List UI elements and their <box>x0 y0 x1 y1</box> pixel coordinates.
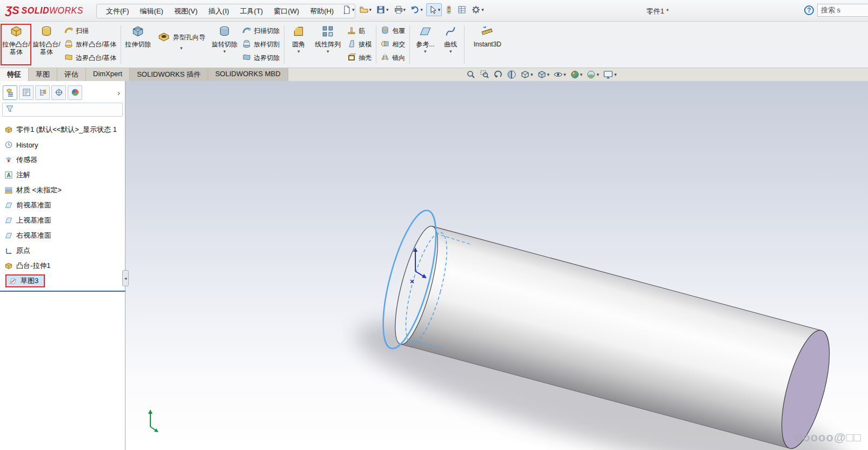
tree-filter-bar[interactable] <box>2 103 123 117</box>
features-ribbon: 拉伸凸台/基体 旋转凸台/基体 扫描 放样凸台/基体 边界凸台/基体 拉伸切除 <box>0 22 868 68</box>
modify-stack: 包覆 相交 镜向 <box>378 23 408 66</box>
sketch3-selection-box[interactable]: 草图3 <box>5 274 45 287</box>
display-manager-tab[interactable] <box>68 85 82 100</box>
ribbon-separator <box>376 25 376 64</box>
menu-help[interactable]: 帮助(H) <box>305 5 339 18</box>
view-orientation-icon[interactable]: ▾ <box>520 70 533 79</box>
panel-tab-strip: › <box>0 81 125 103</box>
extruded-cut-button[interactable]: 拉伸切除 <box>123 23 153 66</box>
property-manager-tab[interactable] <box>19 85 34 100</box>
tab-solidworks-addins[interactable]: SOLIDWORKS 插件 <box>130 68 208 81</box>
swept-boss-button[interactable]: 扫描 <box>63 25 118 37</box>
tab-solidworks-mbd[interactable]: SOLIDWORKS MBD <box>208 68 288 81</box>
tree-item-origin[interactable]: 原点 <box>0 243 125 258</box>
chevron-down-icon: ▾ <box>580 72 583 77</box>
tree-item-annotations[interactable]: A 注解 <box>0 167 125 183</box>
tree-item-material[interactable]: 材质 <未指定> <box>0 183 125 198</box>
chevron-down-icon: ▾ <box>369 7 372 12</box>
select-tool-button[interactable]: ▾ <box>426 3 442 16</box>
new-document-button[interactable]: ▾ <box>341 4 356 16</box>
graphics-viewport[interactable]: doooo@□□ <box>125 81 868 450</box>
tree-item-top-plane[interactable]: 上视基准面 <box>0 213 125 228</box>
rib-icon <box>347 26 356 36</box>
ribbon-separator <box>121 25 121 64</box>
linear-pattern-button[interactable]: 线性阵列 ▾ <box>311 23 344 66</box>
tab-evaluate[interactable]: 评估 <box>57 68 86 81</box>
swept-cut-button[interactable]: 扫描切除 <box>241 25 281 37</box>
open-document-button[interactable]: ▾ <box>358 4 373 16</box>
zoom-fit-icon[interactable] <box>466 70 476 79</box>
view-settings-icon[interactable]: ▾ <box>603 70 617 79</box>
lofted-boss-button[interactable]: 放样凸台/基体 <box>63 38 118 51</box>
reference-geometry-button[interactable]: 参考... ▾ <box>412 23 439 66</box>
revolved-cut-icon <box>218 25 231 40</box>
apply-scene-icon[interactable]: ▾ <box>586 70 599 79</box>
feature-manager-tab[interactable] <box>3 85 17 100</box>
history-icon <box>4 140 13 149</box>
search-input[interactable]: 搜索 s <box>817 4 868 17</box>
sensors-icon <box>4 156 13 164</box>
draft-icon <box>347 39 356 50</box>
curves-button[interactable]: 曲线 ▾ <box>439 23 462 66</box>
tree-item-boss-extrude1[interactable]: 凸台-拉伸1 <box>0 258 125 273</box>
tab-dimxpert[interactable]: DimXpert <box>86 68 130 81</box>
display-style-icon[interactable]: ▾ <box>537 70 550 79</box>
revolved-boss-button[interactable]: 旋转凸台/基体 <box>31 23 62 66</box>
tree-item-sketch3[interactable]: 草图3 <box>0 273 125 288</box>
hole-wizard-button[interactable]: 异型孔向导 ▾ <box>153 23 209 66</box>
menu-window[interactable]: 窗口(W) <box>269 5 304 18</box>
menu-tools[interactable]: 工具(T) <box>235 5 268 18</box>
hide-show-items-icon[interactable]: ▾ <box>553 70 566 79</box>
chevron-down-icon: ▾ <box>424 49 427 54</box>
chevron-down-icon: ▾ <box>352 7 355 12</box>
tree-root-part[interactable]: 零件1 (默认<<默认>_显示状态 1 <box>0 122 125 137</box>
configuration-manager-tab[interactable] <box>35 85 50 100</box>
panel-expand-chevron[interactable]: › <box>115 88 122 97</box>
print-button[interactable]: ▾ <box>392 4 407 16</box>
boundary-boss-button[interactable]: 边界凸台/基体 <box>63 52 118 64</box>
draft-button[interactable]: 拔模 <box>346 38 373 51</box>
extruded-boss-button[interactable]: 拉伸凸台/基体 <box>1 23 31 66</box>
section-view-icon[interactable] <box>507 70 516 79</box>
rib-button[interactable]: 筋 <box>346 25 373 37</box>
wrap-button[interactable]: 包覆 <box>379 25 407 37</box>
tree-item-sensors[interactable]: 传感器 <box>0 152 125 167</box>
lofted-cut-button[interactable]: 放样切割 <box>241 38 281 51</box>
help-icon[interactable]: ? <box>804 5 814 15</box>
plane-icon <box>4 216 13 225</box>
mirror-button[interactable]: 镜向 <box>379 52 407 64</box>
menu-edit[interactable]: 编辑(E) <box>135 5 168 18</box>
tab-features[interactable]: 特征 <box>0 68 29 81</box>
edit-appearance-icon[interactable]: ▾ <box>570 70 583 79</box>
options-gear-button[interactable]: ▾ <box>470 4 485 16</box>
tree-item-history[interactable]: History <box>0 137 125 152</box>
save-button[interactable]: ▾ <box>375 4 390 16</box>
menu-file[interactable]: 文件(F) <box>101 5 134 18</box>
wrap-icon <box>381 26 389 36</box>
boss-extrude-icon <box>4 261 13 270</box>
undo-button[interactable]: ▾ <box>409 4 424 16</box>
zoom-area-icon[interactable] <box>480 70 489 79</box>
svg-text:A: A <box>7 172 11 178</box>
menu-insert[interactable]: 插入(I) <box>203 5 234 18</box>
fillet-button[interactable]: 圆角 ▾ <box>286 23 311 66</box>
boundary-cut-button[interactable]: 边界切除 <box>241 52 281 64</box>
panel-splitter-handle[interactable]: ◂ <box>122 270 129 286</box>
previous-view-icon[interactable] <box>493 70 503 79</box>
quick-access-toolbar: ▾ ▾ ▾ ▾ ▾ ▾ ▾ <box>341 3 485 16</box>
properties-sheet-icon[interactable] <box>456 4 468 16</box>
rollback-bar[interactable] <box>0 291 125 292</box>
shell-button[interactable]: 抽壳 <box>346 52 373 64</box>
origin-icon <box>4 246 13 255</box>
tree-item-front-plane[interactable]: 前视基准面 <box>0 198 125 213</box>
reference-geometry-icon <box>419 25 432 40</box>
dimxpert-manager-tab[interactable] <box>51 85 66 100</box>
part-icon <box>4 125 13 134</box>
intersect-button[interactable]: 相交 <box>379 38 407 51</box>
selection-filter-icon[interactable] <box>444 4 454 16</box>
revolved-cut-button[interactable]: 旋转切除 ▾ <box>209 23 240 66</box>
tree-item-right-plane[interactable]: 右视基准面 <box>0 228 125 243</box>
menu-view[interactable]: 视图(V) <box>169 5 202 18</box>
tab-sketch[interactable]: 草图 <box>29 68 57 81</box>
instant3d-button[interactable]: Instant3D <box>466 23 508 66</box>
